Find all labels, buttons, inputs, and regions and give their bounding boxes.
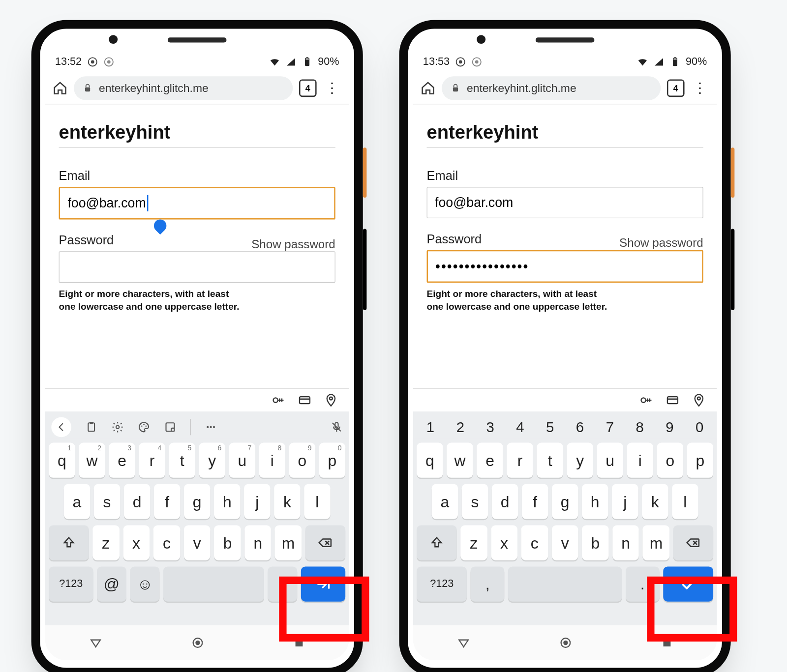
mic-off-icon[interactable]	[331, 421, 343, 433]
key-l[interactable]: l	[304, 484, 330, 519]
sticker-icon[interactable]	[164, 421, 176, 433]
nav-home-icon[interactable]	[191, 636, 205, 650]
numkey-8[interactable]: 8	[625, 419, 655, 436]
at-key[interactable]: @	[97, 566, 126, 601]
location-pin-icon[interactable]	[692, 393, 706, 407]
shift-key[interactable]	[49, 525, 89, 560]
numkey-9[interactable]: 9	[655, 419, 685, 436]
key-m[interactable]: m	[643, 525, 669, 560]
key-n[interactable]: n	[612, 525, 639, 560]
clipboard-icon[interactable]	[85, 421, 97, 433]
key-q[interactable]: q	[417, 443, 443, 478]
key-r[interactable]: r4	[139, 443, 165, 478]
symbols-key[interactable]: ?123	[49, 566, 93, 601]
key-c[interactable]: c	[521, 525, 548, 560]
browser-menu-button[interactable]: ⋮	[323, 80, 341, 96]
key-i[interactable]: i8	[259, 443, 285, 478]
gear-icon[interactable]	[111, 421, 123, 433]
backspace-key[interactable]	[305, 525, 345, 560]
key-m[interactable]: m	[275, 525, 302, 560]
key-q[interactable]: q1	[49, 443, 75, 478]
key-k[interactable]: k	[642, 484, 668, 519]
key-f[interactable]: f	[154, 484, 180, 519]
key-d[interactable]: d	[124, 484, 150, 519]
key-k[interactable]: k	[274, 484, 300, 519]
key-v[interactable]: v	[184, 525, 211, 560]
key-t[interactable]: t5	[169, 443, 195, 478]
key-f[interactable]: f	[522, 484, 548, 519]
numkey-1[interactable]: 1	[416, 419, 446, 436]
key-s[interactable]: s	[94, 484, 120, 519]
show-password-toggle[interactable]: Show password	[619, 236, 703, 250]
password-key-icon[interactable]	[639, 393, 653, 407]
key-n[interactable]: n	[244, 525, 271, 560]
key-a[interactable]: a	[64, 484, 90, 519]
email-field[interactable]: foo@bar.com	[59, 187, 335, 219]
key-w[interactable]: w2	[79, 443, 105, 478]
key-w[interactable]: w	[447, 443, 473, 478]
home-icon[interactable]	[53, 81, 68, 96]
space-key[interactable]	[163, 566, 264, 601]
comma-key[interactable]: ,	[471, 566, 504, 601]
key-h[interactable]: h	[582, 484, 608, 519]
key-z[interactable]: z	[460, 525, 487, 560]
key-e[interactable]: e	[477, 443, 503, 478]
show-password-toggle[interactable]: Show password	[251, 237, 335, 251]
password-field[interactable]: ••••••••••••••••	[427, 250, 703, 283]
key-j[interactable]: j	[244, 484, 270, 519]
numkey-5[interactable]: 5	[535, 419, 565, 436]
url-bar[interactable]: enterkeyhint.glitch.me	[74, 76, 293, 100]
nav-back-icon[interactable]	[457, 636, 471, 650]
numkey-2[interactable]: 2	[445, 419, 475, 436]
nav-back-icon[interactable]	[89, 636, 103, 650]
key-p[interactable]: p	[687, 443, 713, 478]
numkey-4[interactable]: 4	[505, 419, 535, 436]
numkey-0[interactable]: 0	[685, 419, 715, 436]
numkey-3[interactable]: 3	[475, 419, 505, 436]
key-v[interactable]: v	[552, 525, 578, 560]
credit-card-icon[interactable]	[666, 393, 679, 407]
key-b[interactable]: b	[214, 525, 241, 560]
credit-card-icon[interactable]	[298, 393, 311, 407]
browser-menu-button[interactable]: ⋮	[691, 80, 709, 96]
email-field[interactable]: foo@bar.com	[427, 187, 703, 218]
password-key-icon[interactable]	[272, 393, 285, 407]
key-s[interactable]: s	[462, 484, 488, 519]
key-o[interactable]: o	[657, 443, 683, 478]
key-y[interactable]: y6	[199, 443, 225, 478]
location-pin-icon[interactable]	[324, 393, 338, 407]
symbols-key[interactable]: ?123	[417, 566, 467, 601]
key-j[interactable]: j	[612, 484, 638, 519]
tab-switcher-button[interactable]: 4	[299, 80, 317, 97]
key-u[interactable]: u7	[229, 443, 255, 478]
key-b[interactable]: b	[582, 525, 608, 560]
key-u[interactable]: u	[597, 443, 623, 478]
key-o[interactable]: o9	[289, 443, 315, 478]
key-i[interactable]: i	[627, 443, 653, 478]
key-d[interactable]: d	[492, 484, 518, 519]
tab-switcher-button[interactable]: 4	[667, 80, 685, 97]
space-key[interactable]	[508, 566, 622, 601]
numkey-6[interactable]: 6	[565, 419, 595, 436]
key-e[interactable]: e3	[109, 443, 135, 478]
shift-key[interactable]	[417, 525, 456, 560]
key-c[interactable]: c	[153, 525, 180, 560]
key-y[interactable]: y	[567, 443, 593, 478]
numkey-7[interactable]: 7	[595, 419, 625, 436]
key-l[interactable]: l	[672, 484, 698, 519]
url-bar[interactable]: enterkeyhint.glitch.me	[442, 76, 661, 100]
key-x[interactable]: x	[123, 525, 150, 560]
key-g[interactable]: g	[552, 484, 578, 519]
home-icon[interactable]	[421, 81, 436, 96]
text-selection-handle[interactable]	[151, 217, 169, 234]
keyboard-back-button[interactable]	[51, 417, 71, 437]
key-t[interactable]: t	[537, 443, 563, 478]
key-p[interactable]: p0	[319, 443, 345, 478]
key-r[interactable]: r	[507, 443, 533, 478]
key-g[interactable]: g	[184, 484, 210, 519]
palette-icon[interactable]	[138, 421, 150, 433]
key-h[interactable]: h	[214, 484, 240, 519]
password-field[interactable]	[59, 251, 335, 283]
key-x[interactable]: x	[491, 525, 517, 560]
key-z[interactable]: z	[92, 525, 119, 560]
